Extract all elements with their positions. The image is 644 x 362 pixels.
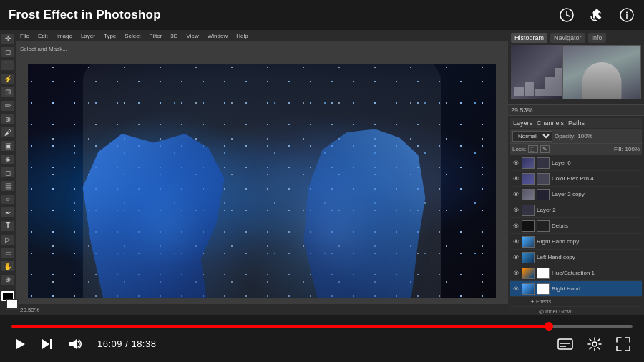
eye-icon-debris[interactable]: 👁 — [512, 222, 519, 230]
name-righthand: Right Hand — [552, 285, 640, 292]
layer-row-huesat1[interactable]: 👁 Hue/Saturation 1 — [510, 265, 642, 281]
photoshop-canvas — [16, 57, 508, 304]
volume-button[interactable] — [66, 336, 84, 353]
menu-edit[interactable]: Edit — [36, 33, 49, 39]
menu-image[interactable]: Image — [55, 33, 74, 39]
menu-view[interactable]: View — [185, 33, 200, 39]
photoshop-status-bar: 29.53% — [16, 304, 508, 315]
skip-next-button[interactable] — [39, 336, 56, 353]
tool-clone[interactable]: ▣ — [1, 141, 14, 151]
layers-fill-row: Lock: ⬚ ✎ Fill: 100% — [510, 144, 642, 155]
name-righthandcopy: Right Hand copy — [537, 238, 640, 245]
layers-panel-header: Layers Channels Paths — [510, 118, 642, 128]
tool-gradient[interactable]: ▤ — [1, 181, 14, 191]
tool-eraser[interactable]: ◻ — [1, 167, 14, 177]
tool-move[interactable]: ✛ — [1, 34, 14, 44]
clock-icon[interactable] — [558, 6, 575, 24]
navigator-preview — [511, 45, 641, 99]
layers-blend-row: Normal Multiply Screen Opacity: 100% — [510, 129, 642, 144]
thumb-debris — [522, 220, 535, 232]
menu-help[interactable]: Help — [235, 33, 249, 39]
lock-transparent-icon[interactable]: ⬚ — [528, 145, 538, 153]
layer-row-debris[interactable]: 👁 Debris — [510, 218, 642, 234]
name-layer2: Layer 2 — [537, 207, 640, 213]
channels-tab[interactable]: Channels — [537, 119, 564, 127]
tool-heal[interactable]: ⊕ — [1, 114, 14, 124]
tool-zoom[interactable]: ⊕ — [1, 275, 14, 285]
progress-bar[interactable] — [11, 325, 633, 328]
eye-icon-lefthandcopy[interactable]: 👁 — [512, 254, 519, 261]
menu-select[interactable]: Select — [123, 33, 142, 39]
fill-label: Fill: — [614, 146, 623, 152]
menu-3d[interactable]: 3D — [169, 33, 179, 39]
layers-tab[interactable]: Layers — [513, 119, 532, 127]
background-color[interactable] — [6, 299, 19, 310]
progress-scrubber[interactable] — [545, 322, 553, 331]
layer-row-colorefex[interactable]: 👁 Color Efex Pro 4 — [510, 171, 642, 187]
menu-layer[interactable]: Layer — [79, 33, 97, 39]
zoom-value: 29.53% — [511, 107, 533, 114]
tab-histogram[interactable]: Histogram — [511, 33, 547, 43]
thumb-layer2 — [522, 205, 535, 216]
eye-icon-layer2copy[interactable]: 👁 — [512, 191, 519, 198]
share-icon[interactable] — [588, 6, 605, 24]
time-total: 18:38 — [131, 338, 156, 349]
name-colorefex: Color Efex Pro 4 — [552, 175, 640, 182]
svg-marker-8 — [42, 339, 49, 349]
svg-point-5 — [626, 12, 628, 14]
thumb-righthandcopy — [522, 236, 535, 248]
tool-eyedropper[interactable]: ✏ — [1, 101, 14, 111]
tool-hand[interactable]: ✋ — [1, 261, 14, 271]
eye-icon-huesat1[interactable]: 👁 — [512, 270, 519, 277]
eye-icon-righthand[interactable]: 👁 — [512, 285, 519, 293]
menu-window[interactable]: Window — [206, 33, 229, 39]
menu-file[interactable]: File — [19, 33, 31, 39]
paths-tab[interactable]: Paths — [568, 119, 585, 127]
tool-history[interactable]: ◈ — [1, 155, 14, 165]
tool-brush[interactable]: 🖌 — [1, 127, 14, 137]
zoom-info: 29.53% — [508, 105, 644, 116]
eye-icon-righthandcopy[interactable]: 👁 — [512, 238, 519, 245]
info-icon[interactable] — [618, 6, 635, 24]
tool-crop[interactable]: ⊡ — [1, 87, 14, 97]
subtitles-button[interactable] — [555, 336, 575, 352]
layer-row-layer2[interactable]: 👁 Layer 2 — [510, 202, 642, 218]
layer-row-lefthandcopy[interactable]: 👁 Left Hand copy — [510, 250, 642, 265]
thumb-righthand — [522, 283, 535, 295]
blend-mode-dropdown[interactable]: Normal Multiply Screen — [512, 131, 552, 142]
svg-point-14 — [592, 342, 597, 346]
main-content-area: File Edit Image Layer Type Select Filter… — [0, 30, 644, 315]
tool-shape[interactable]: ▭ — [1, 248, 14, 258]
menu-filter[interactable]: Filter — [148, 33, 164, 39]
settings-button[interactable] — [585, 335, 604, 353]
status-zoom: 29.53% — [20, 307, 39, 313]
thumb-lefthandcopy — [522, 252, 535, 263]
fullscreen-button[interactable] — [614, 335, 633, 353]
video-controls: 16:09 / 18:38 — [0, 315, 644, 362]
tool-magic-wand[interactable]: ⚡ — [1, 74, 14, 84]
tab-info[interactable]: Info — [588, 33, 606, 43]
eye-icon-layer2[interactable]: 👁 — [512, 207, 519, 214]
time-current: 16:09 — [97, 338, 122, 349]
tool-text[interactable]: T — [1, 221, 14, 231]
layer-row-layer6[interactable]: 👁 Layer 6 — [510, 155, 642, 171]
thumb-layer6 — [522, 157, 535, 169]
navigator-panel: Histogram Navigator Info — [508, 30, 644, 105]
play-button[interactable] — [11, 336, 29, 353]
tool-path-select[interactable]: ▷ — [1, 235, 14, 245]
tab-navigator[interactable]: Navigator — [550, 33, 585, 43]
eye-icon-layer6[interactable]: 👁 — [512, 160, 519, 167]
eye-icon-colorefex[interactable]: 👁 — [512, 175, 519, 182]
layer-row-layer2copy[interactable]: 👁 Layer 2 copy — [510, 187, 642, 202]
tool-lasso[interactable]: ⌒ — [1, 60, 14, 70]
video-title: Frost Effect in Photoshop — [9, 8, 161, 22]
tool-selection[interactable]: ◻ — [1, 47, 14, 57]
tool-dodge[interactable]: ○ — [1, 195, 14, 205]
lock-pixels-icon[interactable]: ✎ — [540, 145, 550, 153]
layer-row-righthand[interactable]: 👁 Right Hand — [510, 281, 642, 297]
layer-effects-group: ✦ Effects — [510, 297, 642, 307]
menu-type[interactable]: Type — [102, 33, 117, 39]
mask-debris — [537, 220, 550, 232]
layer-row-righthandcopy[interactable]: 👁 Right Hand copy — [510, 234, 642, 250]
tool-pen[interactable]: ✒ — [1, 207, 14, 217]
